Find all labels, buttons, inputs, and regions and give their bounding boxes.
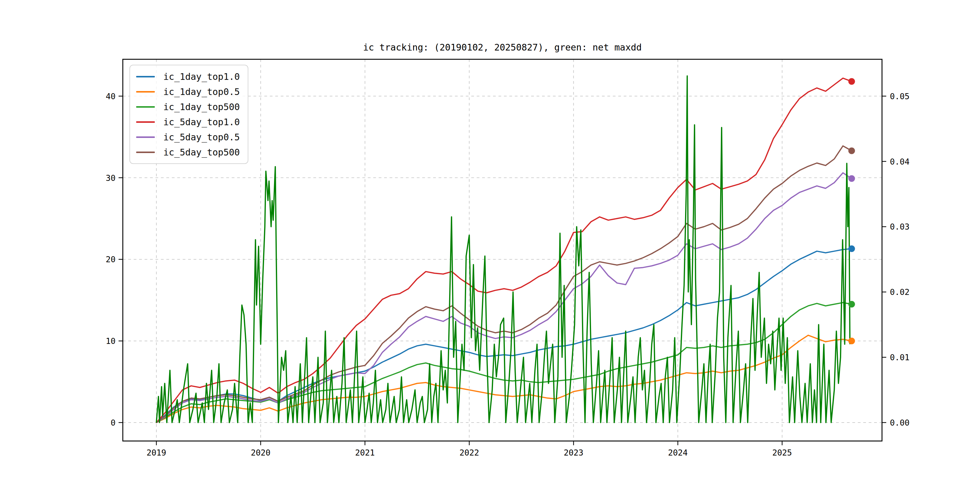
legend-line-swatch [136,151,155,153]
legend-item-ic_1day_top500: ic_1day_top500 [136,99,240,115]
legend-label: ic_1day_top500 [163,102,240,112]
legend-line-swatch [136,121,155,123]
legend-label: ic_5day_top1.0 [163,117,240,127]
legend-label: ic_1day_top0.5 [163,86,240,97]
legend: ic_1day_top1.0ic_1day_top0.5ic_1day_top5… [129,65,248,164]
y-right-tick-label: 0.01 [890,353,910,362]
y-left-tick-label: 40 [105,92,116,101]
x-tick-label: 2020 [251,448,270,457]
legend-line-swatch [136,137,155,138]
end-marker-ic_5day_top1.0 [848,78,855,85]
y-right-tick-label: 0.04 [890,157,910,166]
y-right-tick-label: 0.02 [890,287,910,297]
y-left-tick-label: 20 [105,255,116,264]
legend-line-swatch [136,76,155,78]
x-tick-label: 2024 [668,448,687,457]
legend-label: ic_1day_top1.0 [163,72,240,82]
y-right-tick-label: 0.00 [890,418,910,427]
y-right-tick-label: 0.05 [890,92,910,101]
x-tick-label: 2021 [355,448,375,457]
end-marker-ic_1day_top1.0 [848,245,855,252]
x-tick-label: 2019 [146,448,166,457]
legend-item-ic_1day_top1.0: ic_1day_top1.0 [136,69,240,84]
y-left-tick-label: 10 [105,336,116,346]
legend-item-ic_5day_top1.0: ic_5day_top1.0 [136,115,240,129]
legend-label: ic_5day_top500 [163,147,240,158]
chart-figure: ic tracking: (20190102, 20250827), green… [0,0,980,490]
legend-item-ic_1day_top0.5: ic_1day_top0.5 [136,84,240,99]
y-left-tick-label: 30 [105,173,116,183]
end-marker-ic_1day_top0.5 [848,337,855,344]
legend-item-ic_5day_top500: ic_5day_top500 [136,145,240,160]
end-marker-ic_1day_top500 [848,301,855,308]
end-marker-ic_5day_top500 [848,148,855,154]
x-tick-label: 2023 [564,448,584,457]
end-marker-ic_5day_top0.5 [848,175,855,182]
y-right-tick-label: 0.03 [890,222,910,231]
x-tick-label: 2022 [460,448,479,457]
series-line-ic_5day_top0.5 [156,173,852,423]
legend-line-swatch [136,106,155,108]
y-left-tick-label: 0 [111,418,116,427]
legend-label: ic_5day_top0.5 [163,132,240,142]
legend-item-ic_5day_top0.5: ic_5day_top0.5 [136,129,240,145]
legend-line-swatch [136,91,155,92]
x-tick-label: 2025 [772,448,792,457]
